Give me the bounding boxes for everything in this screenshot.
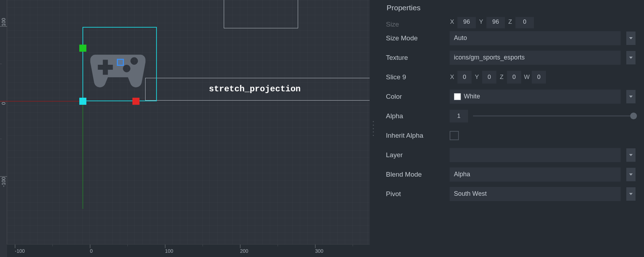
axis-x-red (0, 101, 83, 102)
blend-mode-dropdown-arrow[interactable] (626, 168, 636, 181)
properties-panel: Properties Size X Y Z Size Mode Auto (377, 0, 644, 257)
ruler-x-0: 0 (90, 248, 93, 254)
slice9-w-input[interactable] (532, 71, 546, 84)
size-y-input[interactable] (486, 17, 505, 28)
size-mode-dropdown[interactable]: Auto (450, 31, 621, 45)
splitter-grip-icon (373, 121, 374, 136)
handle-pivot[interactable] (79, 98, 86, 105)
bounds-rect-upper (224, 0, 298, 28)
size-y-label: Y (479, 18, 484, 25)
texture-dropdown-arrow[interactable] (626, 51, 636, 64)
chevron-down-icon (629, 37, 633, 39)
color-dropdown[interactable]: White (450, 90, 621, 104)
ruler-y-0: 0 (1, 102, 6, 105)
texture-label: Texture (386, 54, 447, 62)
size-x-input[interactable] (457, 17, 476, 28)
slice9-w-label: W (524, 74, 529, 81)
axis-y-green (82, 101, 83, 209)
slice9-y-label: Y (474, 74, 479, 81)
ruler-horizontal: -100 0 100 200 300 (7, 244, 370, 257)
handle-scale-x[interactable] (132, 98, 139, 105)
ruler-x-m100: -100 (15, 248, 25, 254)
size-mode-dropdown-arrow[interactable] (626, 32, 636, 45)
ruler-x-100: 100 (165, 248, 173, 254)
blend-mode-label: Blend Mode (386, 171, 447, 178)
layer-dropdown-arrow[interactable] (626, 148, 636, 162)
inherit-alpha-checkbox[interactable] (450, 131, 459, 140)
color-dropdown-arrow[interactable] (626, 90, 636, 103)
chevron-down-icon (629, 154, 633, 156)
chevron-down-icon (629, 193, 633, 195)
size-label: Size (386, 21, 447, 28)
texture-dropdown[interactable]: icons/gm_sports_esports (450, 51, 621, 65)
chevron-down-icon (629, 96, 633, 98)
slice9-label: Slice 9 (386, 73, 447, 81)
handle-center[interactable] (117, 59, 124, 66)
ruler-y-100: 100 (1, 18, 6, 26)
slice9-y-input[interactable] (482, 71, 496, 84)
pivot-label: Pivot (386, 190, 447, 198)
size-z-input[interactable] (515, 17, 534, 28)
alpha-slider[interactable] (473, 115, 633, 116)
slice9-z-input[interactable] (507, 71, 521, 84)
size-row: Size X Y Z (386, 17, 636, 28)
slice9-x-input[interactable] (457, 71, 472, 84)
slice9-x-label: X (450, 74, 455, 81)
alpha-label: Alpha (386, 112, 447, 120)
size-mode-label: Size Mode (386, 34, 447, 42)
object-label: stretch_projection (209, 84, 301, 94)
chevron-down-icon (629, 173, 633, 176)
alpha-input[interactable] (450, 110, 468, 122)
ruler-x-300: 300 (315, 248, 323, 254)
size-x-label: X (450, 18, 455, 25)
pivot-dropdown[interactable]: South West (450, 187, 621, 201)
layer-label: Layer (386, 151, 447, 159)
canvas-viewport[interactable]: // we'll generate grid after body via JS… (0, 0, 370, 257)
blend-mode-dropdown[interactable]: Alpha (450, 167, 621, 182)
panel-splitter[interactable] (370, 0, 377, 257)
panel-title: Properties (386, 0, 636, 17)
size-z-label: Z (508, 18, 513, 25)
ruler-y-m100: -100 (1, 177, 6, 187)
inherit-alpha-label: Inherit Alpha (386, 132, 447, 139)
pivot-dropdown-arrow[interactable] (626, 187, 636, 201)
layer-dropdown[interactable] (450, 148, 621, 162)
chevron-down-icon (629, 57, 633, 59)
handle-scale-y[interactable] (79, 45, 86, 52)
alpha-slider-thumb[interactable] (630, 113, 637, 119)
slice9-z-label: Z (499, 74, 504, 81)
color-label: Color (386, 93, 447, 101)
color-swatch (454, 93, 461, 100)
ruler-vertical: 0 100 -100 (0, 0, 7, 244)
ruler-x-200: 200 (240, 248, 248, 254)
